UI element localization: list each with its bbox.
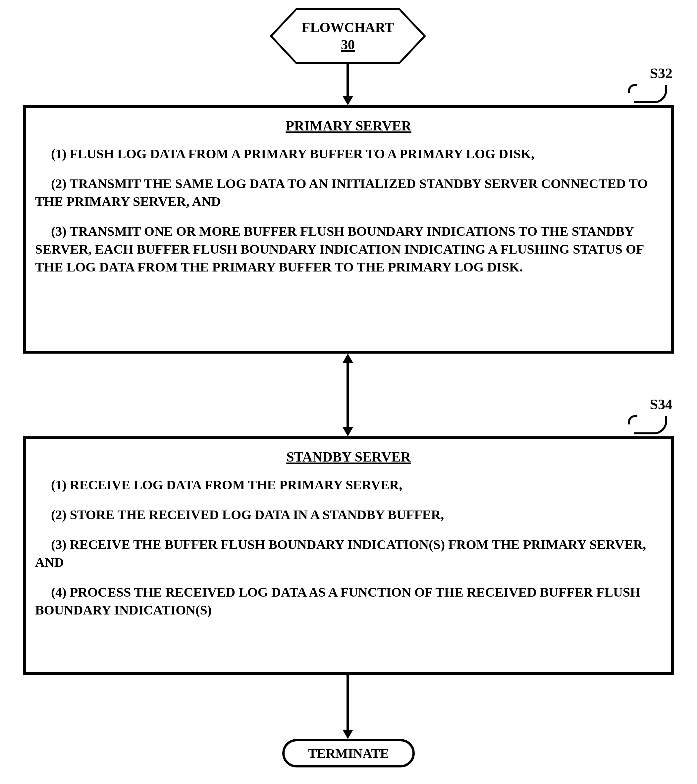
standby-step-3: (3) RECEIVE THE BUFFER FLUSH BOUNDARY IN… <box>35 536 662 572</box>
svg-marker-2 <box>342 354 353 363</box>
flowchart-start-node: FLOWCHART 30 <box>272 8 424 64</box>
standby-step-4: (4) PROCESS THE RECEIVED LOG DATA AS A F… <box>35 583 662 619</box>
step-ref-s32-hook <box>634 85 667 103</box>
primary-server-box: PRIMARY SERVER (1) FLUSH LOG DATA FROM A… <box>23 105 674 354</box>
svg-marker-1 <box>342 96 353 105</box>
arrow-start-to-primary <box>345 64 351 107</box>
standby-step-2: (2) STORE THE RECEIVED LOG DATA IN A STA… <box>35 506 662 524</box>
terminate-node: TERMINATE <box>282 739 415 768</box>
primary-step-3: (3) TRANSMIT ONE OR MORE BUFFER FLUSH BO… <box>35 222 662 276</box>
flowchart-number: 30 <box>341 37 355 52</box>
hex-right-edge <box>400 8 426 64</box>
arrow-standby-to-terminate <box>345 675 351 741</box>
step-ref-s34-hook <box>634 416 667 434</box>
terminate-label: TERMINATE <box>308 746 389 761</box>
flowchart-canvas: FLOWCHART 30 S32 PRIMARY SERVER (1) FLUS… <box>0 0 697 784</box>
standby-server-title: STANDBY SERVER <box>35 449 662 465</box>
arrow-primary-standby <box>345 354 351 436</box>
standby-server-box: STANDBY SERVER (1) RECEIVE LOG DATA FROM… <box>23 436 674 675</box>
primary-server-title: PRIMARY SERVER <box>35 118 662 134</box>
standby-step-1: (1) RECEIVE LOG DATA FROM THE PRIMARY SE… <box>35 476 662 494</box>
primary-step-2: (2) TRANSMIT THE SAME LOG DATA TO AN INI… <box>35 175 662 211</box>
step-ref-s32: S32 <box>650 65 672 82</box>
flowchart-start-label-box: FLOWCHART 30 <box>296 8 400 64</box>
hex-left-edge <box>270 8 296 64</box>
flowchart-start-label: FLOWCHART <box>302 20 394 35</box>
svg-marker-4 <box>342 427 353 436</box>
step-ref-s34: S34 <box>650 396 672 413</box>
svg-marker-6 <box>342 730 353 739</box>
primary-step-1: (1) FLUSH LOG DATA FROM A PRIMARY BUFFER… <box>35 145 662 163</box>
